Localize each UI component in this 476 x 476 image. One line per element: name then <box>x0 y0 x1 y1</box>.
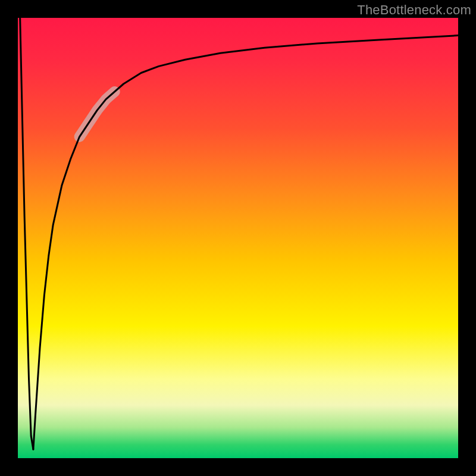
watermark-text: TheBottleneck.com <box>357 2 471 18</box>
plot-area <box>18 18 458 458</box>
curve-initial-drop <box>20 18 33 449</box>
curve-main-curve <box>33 36 458 450</box>
curve-layer <box>18 18 458 458</box>
chart-frame: TheBottleneck.com <box>0 0 476 476</box>
